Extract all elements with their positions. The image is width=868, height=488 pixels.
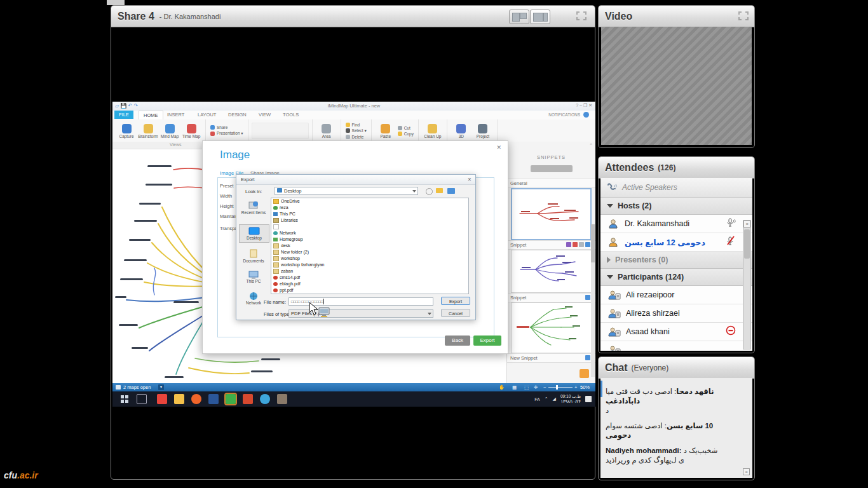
language-indicator[interactable]: FA (534, 397, 540, 402)
layout-toggle-2-button[interactable] (530, 10, 550, 24)
ribbon-button-capture[interactable]: Capture (116, 123, 137, 139)
file-item-ppt-pdf[interactable]: ppt.pdf (271, 287, 468, 294)
menu-tab-file[interactable]: FILE (114, 111, 133, 119)
snippet-section-general[interactable]: General (507, 179, 595, 188)
image-dialog-close-icon[interactable]: ✕ (496, 144, 501, 151)
chat-scroll-grip[interactable]: ≡ (743, 468, 750, 475)
file-item-desk[interactable]: desk (271, 243, 468, 249)
ribbon-button-select-[interactable]: Select ▾ (344, 128, 368, 133)
file-item-workshop[interactable]: workshop (271, 255, 468, 262)
add-snippet-button[interactable] (580, 369, 589, 378)
place-recent-items[interactable]: Recent Items (239, 200, 268, 215)
ribbon-button-share[interactable]: Share (209, 125, 245, 130)
grid-view-icon[interactable]: ▦ (512, 384, 517, 390)
file-item-libraries[interactable]: Libraries (271, 217, 468, 224)
taskbar-app-red-app[interactable] (243, 394, 253, 404)
attendees-scroll-grip[interactable]: ≡ (743, 220, 750, 227)
menu-tab-tools[interactable]: TOOLS (278, 111, 303, 119)
look-in-combo[interactable]: Desktop (275, 187, 418, 195)
collapse-panel-icon[interactable]: ⌃ (589, 143, 593, 148)
taskbar-app-browser-swirl[interactable] (157, 394, 167, 404)
ribbon-button-find[interactable]: Find (344, 123, 368, 127)
attendee-row[interactable]: Asaad khani (600, 323, 752, 341)
add-icon[interactable] (585, 295, 590, 300)
start-button[interactable] (119, 394, 130, 404)
notifications-label[interactable]: NOTIFICATIONS (548, 112, 580, 117)
action-center-icon[interactable] (585, 396, 592, 402)
file-item-homegroup[interactable]: Homegroup (271, 236, 468, 243)
file-item-workshop-farhangiyan[interactable]: workshop farhangiyan (271, 262, 468, 268)
zoom-slider[interactable] (548, 387, 573, 388)
attendee-row[interactable]: نسب عباس 12 یموحد (600, 233, 752, 252)
taskbar-app-imindmap[interactable] (226, 394, 236, 404)
ribbon-button-time-map[interactable]: Time Map (180, 123, 202, 139)
menu-tab-design[interactable]: DESIGN (224, 111, 251, 119)
taskbar-app-gray-app[interactable] (277, 394, 287, 404)
ribbon-button-copy[interactable]: Copy (397, 132, 415, 136)
add-icon[interactable] (585, 242, 590, 247)
cancel-button[interactable]: Cancel (441, 309, 470, 317)
ribbon-button-area[interactable]: Area (316, 123, 337, 139)
taskbar-app-firefox[interactable] (191, 394, 201, 404)
pan-hand-icon[interactable]: ✋ (499, 384, 505, 390)
notifications-icon[interactable] (583, 112, 589, 118)
zoom-out-icon[interactable]: − (543, 384, 546, 390)
fit-screen-icon[interactable]: ⬚ (524, 384, 529, 390)
attendees-scrollbar[interactable]: ≡ (743, 220, 751, 349)
menu-tab-layout[interactable]: LAYOUT (193, 111, 220, 119)
tray-chevron-icon[interactable]: ⌃ (545, 396, 548, 402)
file-list[interactable]: OneDriverezaThis PCLibrariesNetworkHomeg… (271, 198, 469, 294)
audio-icon[interactable] (566, 242, 571, 247)
ribbon-button-project[interactable]: Project (472, 123, 494, 139)
ribbon-button-cut[interactable]: Cut (397, 126, 415, 130)
snippet-thumbnail-red[interactable] (511, 188, 592, 240)
network-icon[interactable]: ◢ (553, 396, 556, 402)
ribbon-button-presentation-[interactable]: Presentation ▾ (209, 131, 245, 136)
trash-icon[interactable] (573, 242, 578, 247)
taskbar-clock[interactable]: 09:10 ب.ظ ۱۳۹۸/۱۰/۲۴ (560, 394, 581, 404)
snippet-thumbnail-green[interactable] (511, 302, 592, 353)
file-item-reza[interactable]: reza (271, 205, 468, 211)
video-maximize-icon[interactable] (738, 11, 749, 21)
menu-tab-home[interactable]: HOME (139, 111, 163, 119)
file-item-network[interactable]: Network (271, 230, 468, 236)
ribbon-button-brainstorm[interactable]: Brainstorm (137, 123, 159, 139)
export-dialog-export-button[interactable]: Export (441, 297, 470, 305)
snippets-scrollbar[interactable] (591, 224, 595, 377)
zoom-slider-thumb[interactable] (556, 385, 558, 390)
attendee-row[interactable]: Ali rezaeipoor (600, 286, 752, 304)
maps-dropdown-icon[interactable]: ▾ (158, 384, 164, 390)
ribbon-button-3d[interactable]: 3D (451, 123, 472, 139)
file-item-this-pc[interactable]: This PC (271, 211, 468, 217)
attendee-row[interactable]: Alireza shirzaei (600, 304, 752, 323)
attendee-row[interactable]: Dr. Kakamanshadi (600, 215, 752, 233)
place-desktop[interactable]: Desktop (239, 224, 269, 243)
taskbar-app-file-explorer[interactable] (174, 394, 184, 404)
group-header-presenters-0-[interactable]: Presenters (0) (600, 252, 752, 269)
window-controls[interactable]: ? – ❐ ✕ (576, 103, 592, 108)
group-header-participants-124-[interactable]: Participants (124) (600, 269, 752, 286)
place-documents[interactable]: Documents (239, 248, 268, 263)
file-item[interactable] (271, 224, 468, 230)
menu-tab-view[interactable]: VIEW (254, 111, 275, 119)
task-view-button[interactable] (137, 394, 147, 404)
back-nav-icon[interactable] (426, 188, 433, 195)
new-folder-icon[interactable] (436, 188, 443, 193)
ribbon-button-paste[interactable]: Paste (375, 123, 397, 139)
snippets-gray-button[interactable] (531, 165, 573, 172)
snippet-thumbnail-purple[interactable] (511, 250, 592, 293)
file-item-cms14-pdf[interactable]: cms14.pdf (271, 274, 468, 281)
ribbon-button-mind-map[interactable]: Mind Map (159, 123, 180, 139)
ribbon-button-delete[interactable]: Delete (344, 135, 368, 139)
menu-tab-insert[interactable]: INSERT (163, 111, 189, 119)
ribbon-button-clean-up[interactable]: Clean Up (422, 123, 444, 139)
export-button-green[interactable]: Export (473, 336, 501, 346)
taskbar-app-word[interactable] (208, 394, 219, 404)
file-item-zaban[interactable]: zaban (271, 268, 468, 274)
layout-toggle-1-button[interactable] (509, 10, 529, 24)
file-item-eblagh-pdf[interactable]: eblagh.pdf (271, 281, 468, 287)
maps-open-label[interactable]: 2 maps open (123, 384, 151, 390)
view-menu-icon[interactable] (447, 188, 455, 194)
place-this-pc[interactable]: This PC (239, 270, 268, 283)
export-dialog-close-icon[interactable]: ✕ (468, 175, 471, 184)
